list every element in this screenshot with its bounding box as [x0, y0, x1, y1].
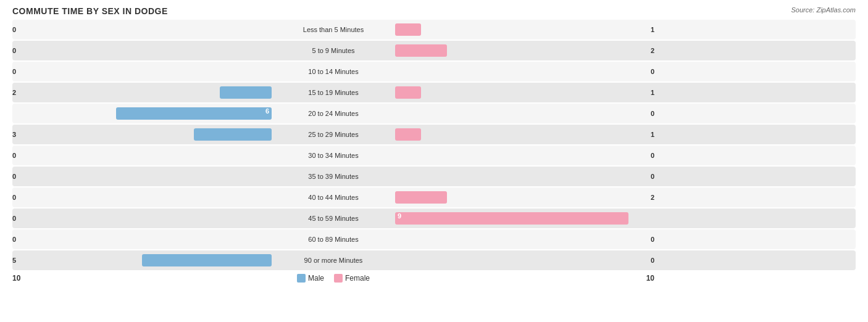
male-value-label: 0 [12, 47, 16, 54]
bar-row: 035 to 39 Minutes0 [12, 167, 856, 186]
bar-pink [395, 44, 447, 57]
row-label: 20 to 24 Minutes [272, 110, 395, 117]
female-value-label: 0 [651, 68, 654, 75]
row-label: 60 to 89 Minutes [272, 236, 395, 243]
row-label: 40 to 44 Minutes [272, 194, 395, 201]
source-text: Source: ZipAtlas.com [791, 6, 856, 14]
bar-blue [142, 254, 272, 266]
left-section: 0 [12, 62, 272, 81]
right-section: 2 [395, 41, 654, 60]
male-value-label: 0 [12, 173, 16, 180]
male-value-label: 2 [12, 89, 16, 96]
bar-row: 010 to 14 Minutes0 [12, 62, 856, 81]
left-section: 66 [12, 104, 272, 123]
right-section: 1 [395, 83, 654, 102]
right-section: 1 [395, 125, 654, 144]
bar-row: 05 to 9 Minutes2 [12, 41, 856, 60]
female-value-label: 1 [651, 131, 654, 138]
male-value-label: 0 [12, 26, 16, 33]
chart-area: 0Less than 5 Minutes105 to 9 Minutes2010… [12, 20, 856, 270]
left-section: 5 [12, 250, 272, 270]
row-label: 30 to 34 Minutes [272, 152, 395, 159]
female-value-label: 0 [651, 236, 654, 243]
bar-blue [220, 86, 272, 99]
right-section: 0 [395, 62, 654, 81]
bar-row: 060 to 89 Minutes0 [12, 229, 856, 249]
male-value-label: 0 [12, 152, 16, 159]
value-on-bar-right: 9 [398, 212, 401, 220]
legend-female-box [334, 274, 343, 283]
right-section: 2 [395, 188, 654, 207]
right-section: 0 [395, 229, 654, 249]
bar-pink [395, 128, 421, 141]
right-section: 9 [395, 208, 654, 228]
legend-female: Female [334, 274, 370, 283]
left-section: 0 [12, 146, 272, 165]
row-label: 45 to 59 Minutes [272, 215, 395, 222]
right-section: 0 [395, 104, 654, 123]
row-label: 15 to 19 Minutes [272, 89, 395, 96]
male-value-label: 5 [12, 257, 16, 264]
axis-left: 10 [12, 274, 272, 283]
female-value-label: 1 [651, 89, 654, 96]
bar-row: 215 to 19 Minutes1 [12, 83, 856, 102]
bar-row: 325 to 29 Minutes1 [12, 125, 856, 144]
chart-title: COMMUTE TIME BY SEX IN DODGE [12, 6, 856, 16]
bar-pink [395, 191, 447, 204]
axis-left-label: 10 [12, 274, 20, 283]
female-value-label: 1 [651, 26, 654, 33]
female-value-label: 0 [651, 152, 654, 159]
bar-row: 590 or more Minutes0 [12, 250, 856, 270]
row-label: Less than 5 Minutes [272, 26, 395, 33]
row-label: 35 to 39 Minutes [272, 173, 395, 180]
bar-pink [395, 23, 421, 36]
bar-pink [395, 86, 421, 99]
row-label: 10 to 14 Minutes [272, 68, 395, 75]
legend: Male Female [272, 274, 395, 283]
row-label: 90 or more Minutes [272, 257, 395, 264]
left-section: 3 [12, 125, 272, 144]
female-value-label: 0 [651, 173, 654, 180]
left-section: 0 [12, 188, 272, 207]
left-section: 0 [12, 20, 272, 39]
legend-female-label: Female [345, 274, 370, 283]
bar-pink: 9 [395, 212, 628, 225]
left-section: 0 [12, 208, 272, 228]
bar-blue [194, 128, 272, 141]
female-value-label: 2 [651, 47, 654, 54]
axis-right-label: 10 [646, 274, 654, 283]
bar-row: 040 to 44 Minutes2 [12, 188, 856, 207]
legend-male-box [297, 274, 306, 283]
male-value-label: 3 [12, 131, 16, 138]
male-value-label: 0 [12, 236, 16, 243]
male-value-label: 0 [12, 68, 16, 75]
bar-blue: 6 [116, 107, 272, 120]
row-label: 25 to 29 Minutes [272, 131, 395, 138]
left-section: 0 [12, 41, 272, 60]
value-on-bar-left: 6 [265, 107, 269, 115]
right-section: 0 [395, 250, 654, 270]
female-value-label: 0 [651, 257, 654, 264]
axis-right: 10 [395, 274, 654, 283]
bar-row: 0Less than 5 Minutes1 [12, 20, 856, 39]
chart-container: COMMUTE TIME BY SEX IN DODGE Source: Zip… [0, 0, 868, 322]
legend-male-label: Male [308, 274, 324, 283]
right-section: 0 [395, 146, 654, 165]
left-section: 0 [12, 167, 272, 186]
axis-row: 10 Male Female 10 [12, 274, 856, 283]
bar-row: 030 to 34 Minutes0 [12, 146, 856, 165]
legend-male: Male [297, 274, 324, 283]
right-section: 1 [395, 20, 654, 39]
male-value-label: 0 [12, 215, 16, 222]
male-value-label: 0 [12, 194, 16, 201]
left-section: 2 [12, 83, 272, 102]
bar-row: 6620 to 24 Minutes0 [12, 104, 856, 123]
left-section: 0 [12, 229, 272, 249]
row-label: 5 to 9 Minutes [272, 47, 395, 54]
female-value-label: 0 [651, 110, 654, 117]
right-section: 0 [395, 167, 654, 186]
bar-row: 045 to 59 Minutes9 [12, 208, 856, 228]
female-value-label: 2 [651, 194, 654, 201]
